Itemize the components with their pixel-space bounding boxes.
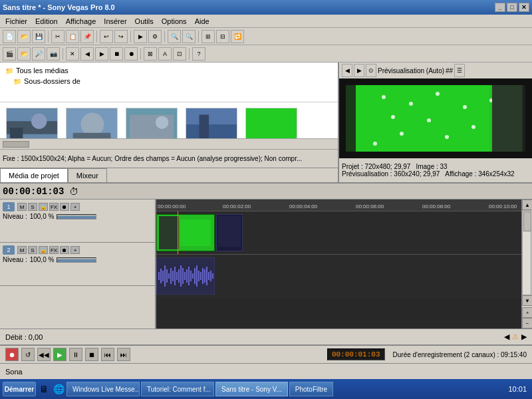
track-timeline[interactable]: 00:00:00:00 00:00:02:00 00:00:04:00 00:0…: [156, 200, 521, 329]
menu-inserer[interactable]: Insérer: [100, 16, 130, 27]
hscroll-thumb[interactable]: [3, 141, 29, 148]
video-clip-dark[interactable]: [216, 214, 243, 251]
track2-solo[interactable]: S: [28, 246, 37, 254]
start-button[interactable]: Démarrer: [3, 382, 36, 396]
play-transport-btn[interactable]: ▶: [53, 348, 66, 361]
rec-btn[interactable]: ⏺: [124, 47, 138, 61]
preview-settings[interactable]: ☰: [454, 64, 465, 77]
snap-button[interactable]: ⊞: [201, 30, 215, 43]
grid-button[interactable]: ⊟: [216, 30, 229, 43]
track2-rec[interactable]: ⏺: [60, 246, 69, 254]
track1-rec[interactable]: ⏺: [60, 203, 69, 211]
maximize-button[interactable]: □: [507, 3, 517, 12]
scroll-plus[interactable]: +: [522, 307, 532, 318]
next-frame-btn[interactable]: ⏭: [117, 348, 130, 361]
loop-transport-btn[interactable]: ↺: [21, 348, 35, 361]
undo-button[interactable]: ↩: [100, 30, 113, 43]
auto-btn[interactable]: A: [158, 47, 172, 61]
help-btn[interactable]: ?: [192, 47, 205, 61]
track1-mute[interactable]: M: [17, 203, 27, 211]
new-button[interactable]: 📄: [3, 30, 16, 43]
cut-button[interactable]: ✂: [51, 30, 65, 43]
zoomin2-btn[interactable]: 🔎: [32, 47, 45, 61]
rewind-btn[interactable]: ◀◀: [37, 348, 51, 361]
menu-edition[interactable]: Edition: [31, 16, 62, 27]
zoom-out[interactable]: 🔍: [182, 30, 196, 43]
tree-item-all-media[interactable]: 📁 Tous les médias: [3, 65, 335, 76]
track1-level-label: Niveau :: [3, 213, 27, 220]
audio-clip[interactable]: [156, 257, 215, 295]
scroll-minus[interactable]: −: [522, 318, 532, 329]
menu-outils[interactable]: Outils: [131, 16, 158, 27]
track2-mute[interactable]: M: [17, 246, 27, 254]
sep2: [96, 31, 97, 43]
prev-arrow[interactable]: ◀: [504, 332, 509, 341]
track1-solo[interactable]: S: [28, 203, 37, 211]
thumbnail-item[interactable]: DSC02259.JPG: [5, 108, 59, 138]
render-button[interactable]: ▶: [134, 30, 147, 43]
track2-lock[interactable]: 🔒: [39, 246, 48, 254]
loop-button[interactable]: 🔁: [231, 30, 244, 43]
track2-level-slider[interactable]: [57, 257, 96, 263]
thumbnail-item[interactable]: DSC02262.JPG: [185, 108, 238, 138]
next-arrow[interactable]: ▶: [521, 332, 527, 341]
capture-btn[interactable]: 📷: [47, 47, 60, 61]
next-nav-btn[interactable]: ▶: [354, 64, 364, 77]
minimize-button[interactable]: _: [495, 3, 505, 12]
track1-fx[interactable]: FX: [49, 203, 59, 211]
taskbar-app-1[interactable]: Tutoriel: Comment f...: [141, 382, 214, 396]
track1-level-slider[interactable]: [57, 214, 96, 219]
pause-btn[interactable]: ⏸: [69, 348, 82, 361]
media-btn[interactable]: 🎬: [3, 47, 16, 61]
taskbar-app-3[interactable]: PhotoFiltre: [289, 382, 333, 396]
rec-transport-btn[interactable]: ⏺: [5, 348, 19, 361]
del-btn[interactable]: ✕: [66, 47, 79, 61]
taskbar-icon-ie[interactable]: 🌐: [52, 382, 65, 396]
thumbnail-item[interactable]: DSC02261.JPG: [125, 108, 178, 138]
taskbar-icon-de[interactable]: 🖥: [37, 382, 51, 396]
settings-button[interactable]: ⚙: [148, 30, 162, 43]
thumbnail-item-green[interactable]: neige.bmp: [245, 108, 298, 138]
play-btn[interactable]: ▶: [95, 47, 108, 61]
open-button[interactable]: 📂: [17, 30, 31, 43]
right-scrollbar[interactable]: ▲ ▼ + −: [521, 200, 532, 329]
menu-fichier[interactable]: Fichier: [1, 16, 31, 27]
explorer-btn[interactable]: 📂: [17, 47, 31, 61]
window-controls[interactable]: _ □ ✕: [495, 3, 529, 12]
snap2-btn[interactable]: ⊠: [144, 47, 157, 61]
playhead[interactable]: [178, 211, 178, 254]
prev-btn[interactable]: ◀: [80, 47, 94, 61]
scroll-down[interactable]: ▼: [522, 295, 532, 306]
taskbar-app-2[interactable]: Sans titre - Sony V...: [215, 382, 288, 396]
copy-button[interactable]: 📋: [66, 30, 79, 43]
menu-affichage[interactable]: Affichage: [62, 16, 100, 27]
track1-add[interactable]: +: [70, 203, 80, 211]
track1-lock[interactable]: 🔒: [39, 203, 48, 211]
taskbar-app-0[interactable]: Windows Live Messe...: [66, 382, 140, 396]
tab-media-project[interactable]: Média de projet: [0, 168, 68, 182]
tree-item-subfolders[interactable]: 📁 Sous-dossiers de: [3, 76, 335, 86]
scroll-track[interactable]: [522, 210, 531, 295]
redo-button[interactable]: ↪: [114, 30, 128, 43]
snapshot-btn[interactable]: ⊙: [366, 64, 376, 77]
zoom-in[interactable]: 🔍: [168, 30, 181, 43]
save-button[interactable]: 💾: [32, 30, 45, 43]
stop-transport-btn[interactable]: ⏹: [85, 348, 98, 361]
close-button[interactable]: ✕: [519, 3, 529, 12]
menu-aide[interactable]: Aide: [191, 16, 213, 27]
stop-btn[interactable]: ⏹: [110, 47, 123, 61]
sync-btn[interactable]: ⊡: [173, 47, 186, 61]
menu-options[interactable]: Options: [158, 16, 191, 27]
paste-button[interactable]: 📌: [80, 30, 94, 43]
track2-add[interactable]: +: [70, 246, 80, 254]
prev-frame-btn[interactable]: ⏮: [101, 348, 114, 361]
tab-mixer[interactable]: Mixeur: [68, 168, 107, 182]
video-clip-green[interactable]: [156, 214, 215, 251]
track2-fx[interactable]: FX: [49, 246, 59, 254]
person: [492, 85, 522, 152]
scroll-up[interactable]: ▲: [522, 200, 532, 210]
scroll-thumb[interactable]: [523, 211, 531, 231]
prev-nav-btn[interactable]: ◀: [342, 64, 352, 77]
thumbnail-item[interactable]: DSC02260.JPG: [65, 108, 118, 138]
horizontal-scrollbar[interactable]: [0, 138, 338, 149]
